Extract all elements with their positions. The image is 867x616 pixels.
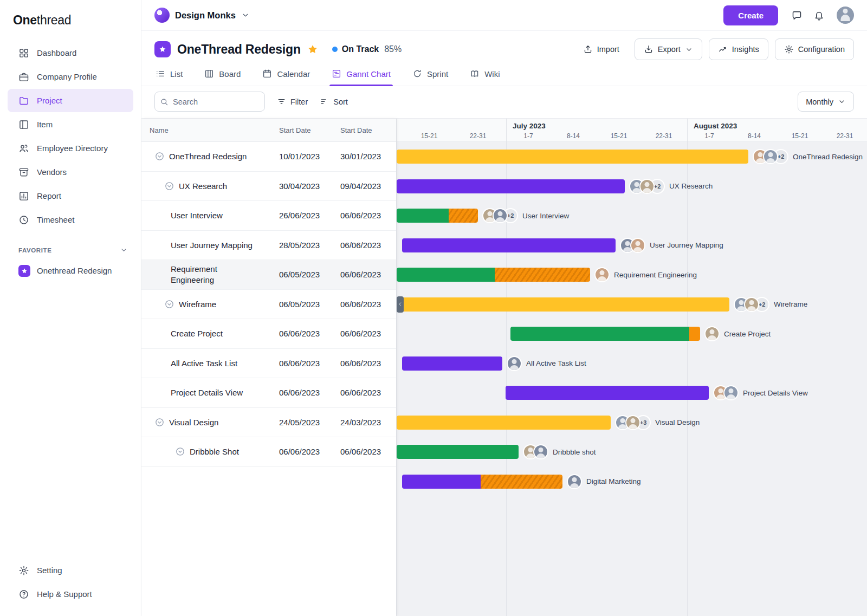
sort-button[interactable]: Sort [320,97,348,106]
table-row[interactable]: Create Project06/06/202306/06/2023 [141,319,396,349]
tab-sprint[interactable]: Sprint [411,63,449,86]
avatar [639,179,655,194]
table-row[interactable]: Wireframe06/05/202306/06/2023 [141,290,396,320]
gantt-bar[interactable] [402,238,616,252]
content: Name Start Date Start Date OneThread Red… [141,118,867,616]
circle-chevron-icon[interactable] [154,151,165,161]
table-row[interactable]: Requirement Engineering06/05/202306/06/2… [141,260,396,290]
gantt-bar[interactable] [506,386,709,400]
import-icon [583,44,593,54]
gantt-bar[interactable] [402,475,562,489]
sidebar-item-dashboard[interactable]: Dashboard [8,41,133,64]
circle-chevron-icon[interactable] [175,446,185,457]
table-row[interactable]: User Journey Mapping28/05/202306/06/2023 [141,231,396,261]
sidebar-item-setting[interactable]: Setting [8,559,133,582]
task-end-date: 06/06/2023 [340,241,396,250]
workspace-switcher[interactable]: Design Monks [154,8,250,23]
gantt-bar-segment-yellow [397,297,729,312]
circle-chevron-icon[interactable] [154,417,165,427]
circle-chevron-icon[interactable] [164,181,174,191]
sidebar-item-project[interactable]: Project [8,89,133,112]
gantt-bar[interactable] [510,327,700,341]
collapse-panel-handle[interactable] [397,296,404,313]
sidebar-item-vendors[interactable]: Vendors [8,160,133,184]
task-table: Name Start Date Start Date OneThread Red… [141,119,396,616]
task-name: Create Project [171,328,223,339]
storefront-icon [18,167,29,178]
gantt-bar[interactable] [397,268,590,282]
tab-label: Gannt Chart [346,69,391,79]
sidebar-item-label: Report [37,191,61,200]
favorite-item[interactable]: Onethread Redesign [8,259,133,282]
users-icon [18,143,29,154]
gantt-bar[interactable] [397,416,611,430]
gantt-bar[interactable] [397,150,748,164]
gantt-bar[interactable] [397,179,625,193]
table-row[interactable]: Visual Design24/05/202324/03/2023 [141,408,396,438]
gantt-bar[interactable] [397,209,478,223]
create-button[interactable]: Create [723,5,778,25]
status-badge: On Track 85% [332,44,402,54]
tab-wiki[interactable]: Wiki [469,63,501,86]
sidebar-item-help-support[interactable]: Help & Support [8,582,133,606]
chevron-down-icon [685,46,693,54]
table-row[interactable]: UX Research30/04/202309/04/2023 [141,172,396,202]
sidebar-item-label: Item [37,120,53,129]
tab-calendar[interactable]: Calendar [261,63,311,86]
gantt-bar-label: Wireframe [774,300,807,308]
task-name-cell: Project Details View [141,387,279,398]
tab-gannt-chart[interactable]: Gannt Chart [331,63,392,86]
tab-list[interactable]: List [154,63,184,86]
gantt-bar[interactable] [402,356,502,371]
table-header: Name Start Date Start Date [141,119,396,142]
task-name-cell: User Journey Mapping [141,240,279,251]
table-row[interactable]: All Active Task List06/06/202306/06/2023 [141,349,396,379]
gantt-bar-meta: Requirement Engineering [594,267,697,283]
sidebar-item-report[interactable]: Report [8,184,133,208]
table-row[interactable]: OneThread Redesign10/01/202330/01/2023 [141,142,396,172]
table-row[interactable]: User Interview26/06/202306/06/2023 [141,201,396,231]
task-name: OneThread Redesign [169,151,247,162]
sidebar-item-label: Timesheet [37,215,74,224]
table-row[interactable]: Dribbble Shot06/06/202306/06/2023 [141,437,396,467]
sidebar-footer: SettingHelp & Support [0,558,141,606]
sidebar-item-company-profile[interactable]: Company Profile [8,65,133,88]
user-avatar[interactable] [836,5,855,25]
layout-icon [18,119,29,130]
gantt-bar-label: OneThread Redesign [793,153,863,161]
gantt-bar-label: User Interview [522,212,569,220]
sidebar-item-item[interactable]: Item [8,113,133,136]
configuration-button[interactable]: Configuration [775,38,854,60]
task-end-date: 09/04/2023 [340,181,396,191]
export-button[interactable]: Export [635,38,702,60]
zoom-range-select[interactable]: Monthly [798,92,854,112]
search-input[interactable] [154,92,265,112]
sidebar-item-label: Dashboard [37,48,76,57]
gantt-bar-meta: Digital Marketing [567,474,641,490]
gantt-bar-label: Requirement Engineering [614,271,697,279]
sidebar-item-timesheet[interactable]: Timesheet [8,208,133,231]
notifications-bell-icon[interactable] [813,10,825,21]
tab-board[interactable]: Board [203,63,242,86]
import-button[interactable]: Import [578,38,625,60]
toolbar: Filter Sort Monthly [141,86,867,118]
page-header-left: OneThread Redesign On Track 85% [154,41,402,57]
wiki-icon [470,69,480,79]
gantt-chart: July 2023August 202315-2122-311-78-1415-… [396,119,867,616]
circle-chevron-icon[interactable] [164,299,174,309]
filter-button[interactable]: Filter [277,97,308,106]
avatar [507,356,522,371]
gantt-bar-segment-orange [689,327,700,341]
avatar [533,444,548,459]
insights-button[interactable]: Insights [709,38,768,60]
favorites-section-toggle[interactable]: FAVORITE [18,246,128,254]
gantt-bar[interactable] [397,445,519,459]
table-row[interactable]: Project Details View06/06/202306/06/2023 [141,378,396,408]
gantt-bar-label: Create Project [724,330,771,338]
favorite-item-label: Onethread Redesign [37,266,112,275]
task-start-date: 30/04/2023 [279,181,340,191]
favorite-star-icon[interactable] [307,44,318,55]
gantt-bar[interactable] [397,297,729,312]
chat-icon[interactable] [791,10,803,21]
sidebar-item-employee-directory[interactable]: Employee Directory [8,137,133,160]
